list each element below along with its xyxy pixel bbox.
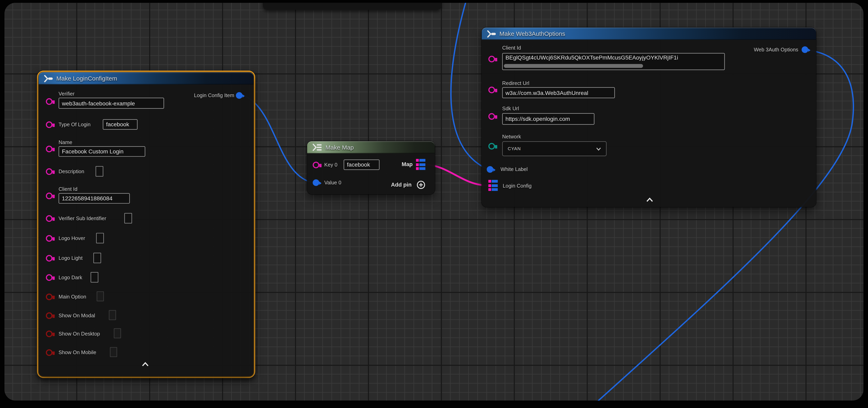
show-on-desktop-checkbox[interactable] bbox=[114, 328, 121, 338]
network-dropdown[interactable]: CYAN bbox=[502, 141, 607, 156]
pin-label: Show On Modal bbox=[59, 312, 95, 319]
pin-label: Name bbox=[59, 139, 72, 146]
pin-label: Show On Mobile bbox=[59, 349, 96, 356]
make-struct-icon bbox=[487, 30, 496, 37]
pin-label: Login Config bbox=[503, 183, 531, 190]
pin-white-label[interactable] bbox=[487, 166, 494, 173]
pin-show-on-desktop[interactable] bbox=[46, 331, 53, 338]
pin-label: Sdk Url bbox=[502, 105, 519, 112]
pin-verifier-sub-identifier[interactable] bbox=[46, 215, 53, 222]
node-make-login-config-item[interactable]: Make LoginConfigItem Login Config Item V… bbox=[39, 72, 254, 376]
node-title: Make Map bbox=[326, 144, 354, 151]
pin-sdk-url[interactable] bbox=[488, 113, 495, 120]
pin-label: Type Of Login bbox=[59, 122, 91, 128]
description-input[interactable] bbox=[96, 166, 103, 177]
logo-hover-input[interactable] bbox=[96, 233, 104, 243]
output-pin-map[interactable] bbox=[416, 159, 426, 170]
pin-key-0[interactable] bbox=[313, 162, 320, 169]
client-id-scrollbar[interactable] bbox=[504, 64, 643, 68]
main-option-checkbox[interactable] bbox=[97, 292, 104, 301]
pin-label: Logo Dark bbox=[59, 274, 82, 281]
node-header[interactable]: Make Web3AuthOptions bbox=[482, 28, 816, 40]
show-on-mobile-checkbox[interactable] bbox=[110, 347, 117, 357]
pin-label: Verifier Sub Identifier bbox=[59, 215, 106, 222]
pin-label: Main Option bbox=[59, 294, 86, 300]
chevron-down-icon bbox=[596, 147, 601, 150]
key-0-input[interactable]: facebook bbox=[344, 160, 379, 170]
pin-label: Value 0 bbox=[324, 179, 341, 186]
clipped-node-top-edge[interactable] bbox=[263, 3, 441, 10]
logo-light-input[interactable] bbox=[93, 253, 101, 263]
pin-redirect-url[interactable] bbox=[488, 87, 495, 94]
graph-canvas[interactable]: Make LoginConfigItem Login Config Item V… bbox=[4, 3, 864, 401]
output-pin-label: Login Config Item bbox=[194, 92, 234, 99]
selection-outline: Make LoginConfigItem Login Config Item V… bbox=[37, 71, 255, 378]
pin-label: Client Id bbox=[502, 45, 521, 52]
pin-label: Redirect Url bbox=[502, 80, 529, 87]
pin-label: Show On Desktop bbox=[59, 331, 100, 337]
pin-network[interactable] bbox=[488, 143, 495, 150]
node-title: Make Web3AuthOptions bbox=[499, 30, 565, 37]
collapse-chevron-icon[interactable] bbox=[142, 362, 149, 367]
output-pin-label: Map bbox=[402, 161, 413, 168]
pin-client-id[interactable] bbox=[488, 56, 495, 63]
pin-value-0[interactable] bbox=[313, 179, 320, 186]
logo-dark-input[interactable] bbox=[91, 272, 98, 282]
sdk-url-input[interactable]: https://sdk.openlogin.com bbox=[502, 113, 594, 125]
pin-logo-hover[interactable] bbox=[46, 235, 53, 242]
node-title: Make LoginConfigItem bbox=[56, 75, 117, 82]
output-pin-login-config-item[interactable] bbox=[236, 92, 243, 99]
client-id-input[interactable]: 1222658941886084 bbox=[59, 193, 130, 204]
pin-login-config[interactable] bbox=[488, 180, 498, 191]
blueprint-editor: Make LoginConfigItem Login Config Item V… bbox=[0, 0, 868, 408]
pin-main-option[interactable] bbox=[46, 294, 53, 301]
output-pin-web3auth-options[interactable] bbox=[802, 46, 809, 54]
network-dropdown-value: CYAN bbox=[508, 146, 521, 151]
node-make-web3auth-options[interactable]: Make Web3AuthOptions Web 3Auth Options C… bbox=[482, 28, 816, 207]
redirect-url-input[interactable]: w3a://com.w3a.Web3AuthUnreal bbox=[502, 87, 615, 98]
node-make-map[interactable]: Make Map Key 0 facebook Map Value 0 Add … bbox=[307, 141, 435, 194]
name-input[interactable]: Facebook Custom Login bbox=[59, 146, 145, 157]
pin-label: Logo Hover bbox=[59, 235, 85, 242]
add-pin-button[interactable]: Add pin bbox=[391, 181, 411, 188]
pin-label: White Label bbox=[500, 166, 528, 173]
pin-logo-dark[interactable] bbox=[46, 274, 53, 281]
pin-label: Network bbox=[502, 134, 521, 140]
verifier-sub-identifier-input[interactable] bbox=[124, 213, 132, 224]
pin-verifier[interactable] bbox=[46, 98, 53, 105]
pin-client-id[interactable] bbox=[46, 193, 53, 200]
show-on-modal-checkbox[interactable] bbox=[109, 310, 116, 320]
node-header[interactable]: Make LoginConfigItem bbox=[39, 72, 254, 84]
output-pin-label: Web 3Auth Options bbox=[754, 46, 798, 53]
pin-show-on-modal[interactable] bbox=[46, 312, 53, 319]
type-of-login-input[interactable]: facebook bbox=[103, 119, 137, 130]
pin-type-of-login[interactable] bbox=[46, 122, 53, 129]
pin-logo-light[interactable] bbox=[46, 255, 53, 262]
verifier-input[interactable]: web3auth-facebook-example bbox=[59, 98, 164, 109]
pin-label: Description bbox=[59, 168, 84, 175]
pin-description[interactable] bbox=[46, 168, 53, 175]
wire-map-to-login-config[interactable] bbox=[426, 165, 488, 185]
pin-show-on-mobile[interactable] bbox=[46, 349, 53, 356]
pin-label: Key 0 bbox=[324, 162, 338, 168]
make-struct-icon bbox=[43, 75, 53, 82]
collapse-chevron-icon[interactable] bbox=[646, 198, 653, 202]
node-header[interactable]: Make Map bbox=[307, 141, 435, 154]
pin-label: Verifier bbox=[59, 91, 74, 97]
pin-label: Logo Light bbox=[59, 255, 83, 262]
add-pin-icon[interactable] bbox=[416, 180, 426, 190]
pin-name[interactable] bbox=[46, 146, 53, 153]
pin-label: Client Id bbox=[59, 186, 78, 193]
make-map-icon bbox=[312, 143, 322, 151]
